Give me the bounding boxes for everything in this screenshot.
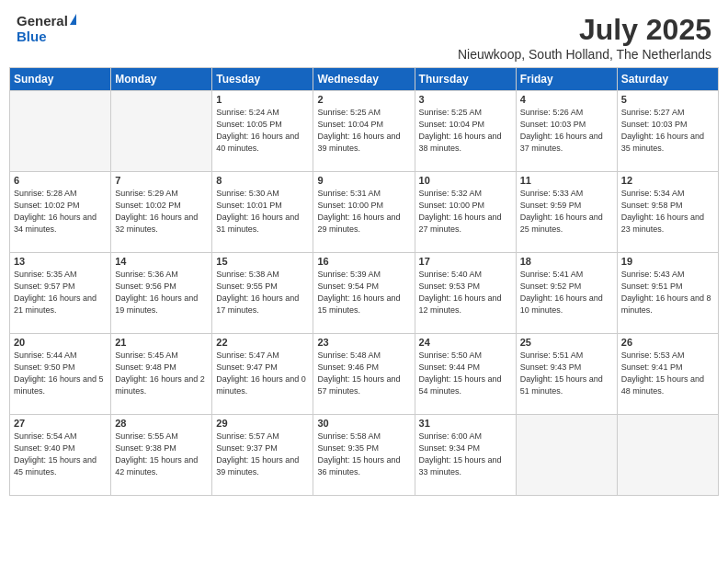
table-row: 20Sunrise: 5:44 AMSunset: 9:50 PMDayligh… — [10, 334, 111, 415]
table-row: 15Sunrise: 5:38 AMSunset: 9:55 PMDayligh… — [212, 253, 313, 334]
table-row: 12Sunrise: 5:34 AMSunset: 9:58 PMDayligh… — [617, 172, 718, 253]
day-number: 1 — [216, 94, 309, 105]
day-number: 27 — [14, 418, 107, 429]
day-info: Sunrise: 5:44 AMSunset: 9:50 PMDaylight:… — [14, 350, 107, 397]
day-info: Sunrise: 5:38 AMSunset: 9:55 PMDaylight:… — [216, 269, 309, 316]
col-sunday: Sunday — [10, 68, 111, 91]
calendar-wrap: Sunday Monday Tuesday Wednesday Thursday… — [0, 67, 728, 505]
table-row: 1Sunrise: 5:24 AMSunset: 10:05 PMDayligh… — [212, 91, 313, 172]
table-row: 24Sunrise: 5:50 AMSunset: 9:44 PMDayligh… — [415, 334, 516, 415]
day-number: 16 — [317, 256, 410, 267]
day-number: 3 — [419, 94, 512, 105]
day-info: Sunrise: 5:39 AMSunset: 9:54 PMDaylight:… — [317, 269, 410, 316]
table-row: 16Sunrise: 5:39 AMSunset: 9:54 PMDayligh… — [313, 253, 415, 334]
day-number: 7 — [115, 175, 208, 186]
logo-blue-text: Blue — [17, 29, 47, 44]
day-number: 31 — [419, 418, 512, 429]
logo: General Blue — [17, 13, 76, 44]
calendar-table: Sunday Monday Tuesday Wednesday Thursday… — [9, 67, 719, 496]
day-number: 12 — [621, 175, 714, 186]
logo-general-text: General — [17, 13, 68, 29]
col-thursday: Thursday — [415, 68, 516, 91]
day-number: 23 — [317, 337, 410, 348]
day-number: 6 — [14, 175, 107, 186]
col-wednesday: Wednesday — [313, 68, 415, 91]
day-info: Sunrise: 5:47 AMSunset: 9:47 PMDaylight:… — [216, 350, 309, 397]
table-row: 22Sunrise: 5:47 AMSunset: 9:47 PMDayligh… — [212, 334, 313, 415]
day-number: 8 — [216, 175, 309, 186]
calendar-header: Sunday Monday Tuesday Wednesday Thursday… — [10, 68, 719, 91]
table-row: 30Sunrise: 5:58 AMSunset: 9:35 PMDayligh… — [313, 415, 415, 496]
col-monday: Monday — [111, 68, 212, 91]
table-row: 18Sunrise: 5:41 AMSunset: 9:52 PMDayligh… — [516, 253, 617, 334]
day-number: 28 — [115, 418, 208, 429]
day-info: Sunrise: 5:33 AMSunset: 9:59 PMDaylight:… — [520, 188, 613, 236]
table-row: 17Sunrise: 5:40 AMSunset: 9:53 PMDayligh… — [415, 253, 516, 334]
day-info: Sunrise: 5:54 AMSunset: 9:40 PMDaylight:… — [14, 431, 107, 478]
day-number: 20 — [14, 337, 107, 348]
day-number: 26 — [621, 337, 714, 348]
day-number: 13 — [14, 256, 107, 267]
day-info: Sunrise: 6:00 AMSunset: 9:34 PMDaylight:… — [419, 431, 512, 478]
day-info: Sunrise: 5:25 AMSunset: 10:04 PMDaylight… — [419, 107, 512, 155]
day-info: Sunrise: 5:31 AMSunset: 10:00 PMDaylight… — [317, 188, 410, 236]
table-row: 9Sunrise: 5:31 AMSunset: 10:00 PMDayligh… — [313, 172, 415, 253]
table-row — [617, 415, 718, 496]
day-info: Sunrise: 5:30 AMSunset: 10:01 PMDaylight… — [216, 188, 309, 236]
day-number: 14 — [115, 256, 208, 267]
table-row: 3Sunrise: 5:25 AMSunset: 10:04 PMDayligh… — [415, 91, 516, 172]
day-number: 18 — [520, 256, 613, 267]
day-number: 11 — [520, 175, 613, 186]
day-number: 4 — [520, 94, 613, 105]
table-row: 4Sunrise: 5:26 AMSunset: 10:03 PMDayligh… — [516, 91, 617, 172]
table-row: 5Sunrise: 5:27 AMSunset: 10:03 PMDayligh… — [617, 91, 718, 172]
table-row — [111, 91, 212, 172]
day-info: Sunrise: 5:40 AMSunset: 9:53 PMDaylight:… — [419, 269, 512, 316]
table-row: 11Sunrise: 5:33 AMSunset: 9:59 PMDayligh… — [516, 172, 617, 253]
calendar-body: 1Sunrise: 5:24 AMSunset: 10:05 PMDayligh… — [10, 91, 719, 496]
day-number: 19 — [621, 256, 714, 267]
day-info: Sunrise: 5:48 AMSunset: 9:46 PMDaylight:… — [317, 350, 410, 397]
day-info: Sunrise: 5:41 AMSunset: 9:52 PMDaylight:… — [520, 269, 613, 316]
table-row — [10, 91, 111, 172]
day-info: Sunrise: 5:51 AMSunset: 9:43 PMDaylight:… — [520, 350, 613, 397]
day-number: 22 — [216, 337, 309, 348]
logo-triangle-icon — [70, 14, 76, 25]
table-row: 29Sunrise: 5:57 AMSunset: 9:37 PMDayligh… — [212, 415, 313, 496]
day-info: Sunrise: 5:45 AMSunset: 9:48 PMDaylight:… — [115, 350, 208, 397]
location-title: Nieuwkoop, South Holland, The Netherland… — [458, 47, 711, 62]
day-info: Sunrise: 5:36 AMSunset: 9:56 PMDaylight:… — [115, 269, 208, 316]
table-row: 6Sunrise: 5:28 AMSunset: 10:02 PMDayligh… — [10, 172, 111, 253]
day-number: 21 — [115, 337, 208, 348]
title-block: July 2025 Nieuwkoop, South Holland, The … — [458, 13, 711, 62]
day-info: Sunrise: 5:57 AMSunset: 9:37 PMDaylight:… — [216, 431, 309, 478]
table-row: 7Sunrise: 5:29 AMSunset: 10:02 PMDayligh… — [111, 172, 212, 253]
day-info: Sunrise: 5:29 AMSunset: 10:02 PMDaylight… — [115, 188, 208, 236]
day-number: 25 — [520, 337, 613, 348]
table-row: 26Sunrise: 5:53 AMSunset: 9:41 PMDayligh… — [617, 334, 718, 415]
table-row: 25Sunrise: 5:51 AMSunset: 9:43 PMDayligh… — [516, 334, 617, 415]
day-info: Sunrise: 5:34 AMSunset: 9:58 PMDaylight:… — [621, 188, 714, 236]
month-title: July 2025 — [458, 13, 711, 47]
day-info: Sunrise: 5:25 AMSunset: 10:04 PMDaylight… — [317, 107, 410, 155]
table-row: 23Sunrise: 5:48 AMSunset: 9:46 PMDayligh… — [313, 334, 415, 415]
day-info: Sunrise: 5:53 AMSunset: 9:41 PMDaylight:… — [621, 350, 714, 397]
col-tuesday: Tuesday — [212, 68, 313, 91]
day-info: Sunrise: 5:50 AMSunset: 9:44 PMDaylight:… — [419, 350, 512, 397]
day-info: Sunrise: 5:43 AMSunset: 9:51 PMDaylight:… — [621, 269, 714, 316]
day-info: Sunrise: 5:28 AMSunset: 10:02 PMDaylight… — [14, 188, 107, 236]
table-row: 13Sunrise: 5:35 AMSunset: 9:57 PMDayligh… — [10, 253, 111, 334]
table-row: 2Sunrise: 5:25 AMSunset: 10:04 PMDayligh… — [313, 91, 415, 172]
table-row: 28Sunrise: 5:55 AMSunset: 9:38 PMDayligh… — [111, 415, 212, 496]
table-row: 10Sunrise: 5:32 AMSunset: 10:00 PMDaylig… — [415, 172, 516, 253]
table-row: 19Sunrise: 5:43 AMSunset: 9:51 PMDayligh… — [617, 253, 718, 334]
day-number: 15 — [216, 256, 309, 267]
col-saturday: Saturday — [617, 68, 718, 91]
day-number: 10 — [419, 175, 512, 186]
day-info: Sunrise: 5:32 AMSunset: 10:00 PMDaylight… — [419, 188, 512, 236]
day-number: 2 — [317, 94, 410, 105]
day-info: Sunrise: 5:27 AMSunset: 10:03 PMDaylight… — [621, 107, 714, 155]
day-info: Sunrise: 5:58 AMSunset: 9:35 PMDaylight:… — [317, 431, 410, 478]
col-friday: Friday — [516, 68, 617, 91]
day-info: Sunrise: 5:35 AMSunset: 9:57 PMDaylight:… — [14, 269, 107, 316]
